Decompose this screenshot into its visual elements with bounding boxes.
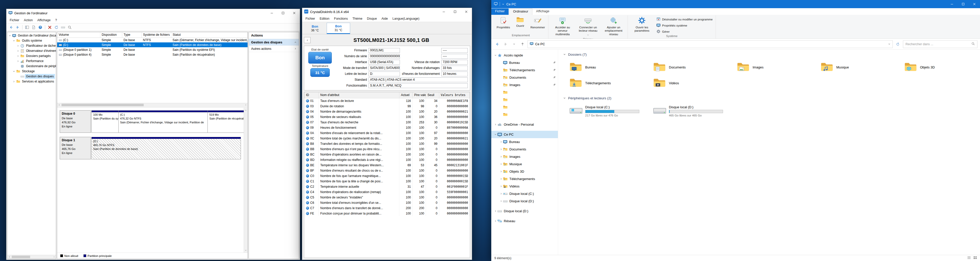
- view-large-icons-button[interactable]: [974, 256, 977, 260]
- chevron-down-icon[interactable]: [13, 40, 15, 42]
- smart-row-C0[interactable]: C0Nombre de fois que l'armature magnétiq…: [304, 173, 470, 178]
- ribbon-button-acceder-au-serveur-multimedia[interactable]: Accéder au serveur multimédia: [550, 16, 575, 37]
- dm-maximize-button[interactable]: [277, 9, 289, 17]
- chevron-right-icon[interactable]: [499, 200, 503, 202]
- folder-tile-documents[interactable]: Documents: [651, 59, 733, 75]
- devices-section-header[interactable]: Périphériques et lecteurs (2): [563, 96, 974, 100]
- folder-tile-objets-3d[interactable]: Objets 3D: [902, 59, 980, 75]
- ribbon-button-ouvrir[interactable]: Ouvrir: [512, 16, 528, 29]
- volume-column-systeme-de-fichiers[interactable]: Système de fichiers: [142, 32, 171, 38]
- search-input[interactable]: [905, 42, 970, 46]
- volume-row-c[interactable]: (C:)SimpleDe baseNTFSSain (Démarrer, Fic…: [57, 38, 248, 42]
- chevron-right-icon[interactable]: [499, 156, 503, 158]
- volume-column-volume[interactable]: Volume: [57, 32, 100, 38]
- dm-tree-item-observateur-d-evenements[interactable]: Observateur d'événements: [7, 48, 56, 53]
- smart-row-BC[interactable]: BCNombre d'opérations avortées en raison…: [304, 152, 470, 157]
- chevron-right-icon[interactable]: [499, 163, 503, 165]
- arrow-left-icon[interactable]: [8, 24, 14, 30]
- ribbon-button-proprietes[interactable]: Propriétés: [495, 16, 512, 30]
- dm-volume-hscrollbar[interactable]: [57, 103, 248, 107]
- folder-tile-videos[interactable]: Vidéos: [651, 75, 733, 91]
- ribbon-button-desinstaller-ou-modifier-un-programme[interactable]: Désinstaller ou modifier un programme: [655, 17, 714, 22]
- smart-column-seuil[interactable]: Seuil: [426, 92, 439, 98]
- sidebar-item-bureau-l1[interactable]: Bureau: [491, 138, 558, 146]
- smart-row-09[interactable]: 09Heures de fonctionnement10010008970000…: [304, 125, 470, 130]
- smart-row-04[interactable]: 04Nombre de démarrages/arrêts10010020000…: [304, 109, 470, 114]
- smart-row-BF[interactable]: BFNombre d'erreurs résultant de chocs ou…: [304, 168, 470, 173]
- disk-label[interactable]: Disque 0De base476,92 GoEn ligne: [60, 110, 91, 133]
- sidebar-item-disque-local-d[interactable]: Disque local (D:): [491, 207, 558, 215]
- previous-disk-button[interactable]: [304, 37, 310, 43]
- folder-tile-bureau[interactable]: Bureau: [567, 59, 649, 75]
- chevron-right-icon[interactable]: [493, 123, 497, 126]
- dm-tree-hscrollbar[interactable]: [7, 255, 56, 259]
- folder-tile-musique[interactable]: Musique: [818, 59, 900, 75]
- chevron-right-icon[interactable]: [13, 80, 15, 83]
- smart-row-BE[interactable]: BETempérature interne sur les disques We…: [304, 162, 470, 168]
- scrollbar-thumb[interactable]: [12, 256, 30, 258]
- chevron-right-icon[interactable]: [499, 185, 503, 188]
- dm-menu-item[interactable]: ?: [53, 18, 59, 23]
- panel-icon[interactable]: [24, 24, 30, 30]
- smart-row-C7[interactable]: C7Nombre d'erreurs dans le transfert de …: [304, 205, 470, 211]
- back-button[interactable]: [494, 41, 501, 48]
- drive-icon[interactable]: [60, 24, 66, 30]
- cdi-menu-edition[interactable]: Edition: [318, 16, 332, 21]
- sidebar-item-musique-l1[interactable]: Musique: [491, 161, 558, 168]
- disk-tab-1[interactable]: Bon36 °C: [303, 23, 327, 34]
- smart-row-BD[interactable]: BDInformation relogée ou réaffectats à u…: [304, 157, 470, 162]
- dm-menu-action[interactable]: Action: [22, 18, 35, 23]
- recent-locations-chevron-icon[interactable]: [511, 41, 517, 48]
- cdi-titlebar[interactable]: CrystalDiskInfo 8.16.4 x64: [302, 8, 472, 16]
- smart-row-C6[interactable]: C6Nombre total d'erreurs incorrigibles d…: [304, 200, 470, 205]
- chevron-right-icon[interactable]: [493, 210, 497, 212]
- volume-column-type[interactable]: Type: [122, 32, 142, 38]
- volume-row-disque-0-partition-4[interactable]: (Disque 0 partition 4)SimpleDe baseSain …: [57, 52, 248, 57]
- cdi-maximize-button[interactable]: [449, 8, 461, 16]
- scroll-right-button[interactable]: [52, 255, 56, 259]
- explorer-maximize-button[interactable]: [958, 0, 969, 8]
- chevron-right-icon[interactable]: [499, 141, 503, 143]
- scroll-right-button[interactable]: [244, 103, 248, 107]
- dm-tree-item-performance[interactable]: Performance: [7, 59, 56, 64]
- chevron-down-icon[interactable]: [493, 54, 497, 56]
- cdi-menu-fichier[interactable]: Fichier: [303, 16, 318, 21]
- sidebar-item-folder-6-l1[interactable]: [491, 96, 558, 103]
- chevron-right-icon[interactable]: [499, 170, 503, 173]
- smart-row-FE[interactable]: FEFonction conçue pour diminuer la proba…: [304, 211, 470, 216]
- dm-minimize-button[interactable]: [266, 9, 277, 17]
- smart-row-B8[interactable]: B8Transfert des données et temps de form…: [304, 141, 470, 146]
- scroll-left-button[interactable]: [7, 255, 11, 259]
- smart-row-C4[interactable]: C4Nombre d'opérations de réallocation (r…: [304, 189, 470, 194]
- dm-close-button[interactable]: [289, 9, 300, 17]
- ribbon-button-gerer[interactable]: Gérer: [655, 29, 714, 35]
- view-details-button[interactable]: [967, 256, 971, 260]
- address-dropdown-chevron-icon[interactable]: [888, 42, 891, 46]
- chevron-right-icon[interactable]: [499, 193, 503, 195]
- cdi-menu-langue-language[interactable]: Langue(Language): [390, 16, 422, 21]
- doc-icon[interactable]: [30, 24, 37, 30]
- sidebar-item-bureau-l1[interactable]: Bureau: [491, 59, 558, 67]
- ribbon-button-ajouter-un-emplacement-reseau[interactable]: Ajouter un emplacement réseau: [601, 16, 626, 37]
- sidebar-item-telechargements-l1[interactable]: Téléchargements: [491, 67, 558, 74]
- disk-label[interactable]: Disque 1De base465,76 GoEn ligne: [60, 137, 91, 159]
- smart-row-0C[interactable]: 0CNombre total de cycles marche/arrêt du…: [304, 135, 470, 141]
- scroll-left-button[interactable]: [57, 103, 61, 107]
- chevron-right-icon[interactable]: [499, 178, 503, 180]
- ribbon-button-renommer[interactable]: Renommer: [528, 16, 547, 30]
- dm-tree-item-gestionnaire-de-peripheriques[interactable]: Gestionnaire de périphériques: [7, 64, 56, 69]
- scrollbar-track[interactable]: [11, 255, 52, 259]
- sidebar-item-documents-l1[interactable]: Documents: [491, 74, 558, 81]
- explorer-close-button[interactable]: [969, 0, 980, 8]
- sidebar-item-objets-3d-l1[interactable]: Objets 3D: [491, 168, 558, 175]
- cdi-close-button[interactable]: [461, 8, 472, 16]
- sidebar-item-folder-7-l1[interactable]: [491, 103, 558, 111]
- volume-row-d[interactable]: (D:)SimpleDe baseNTFSSain (Partition de …: [57, 42, 248, 47]
- partition-519-mo[interactable]: 519 MoSain (Partition de récupération): [207, 110, 244, 133]
- refresh-button[interactable]: [894, 41, 901, 48]
- sidebar-item-images-l1[interactable]: Images: [491, 153, 558, 161]
- refresh-icon[interactable]: [53, 24, 59, 30]
- volume-row-disque-0-partition-1[interactable]: (Disque 0 partition 1)SimpleDe baseSain …: [57, 47, 248, 52]
- arrow-right-icon[interactable]: [14, 24, 21, 30]
- dm-titlebar[interactable]: Gestion de l'ordinateur: [6, 9, 300, 17]
